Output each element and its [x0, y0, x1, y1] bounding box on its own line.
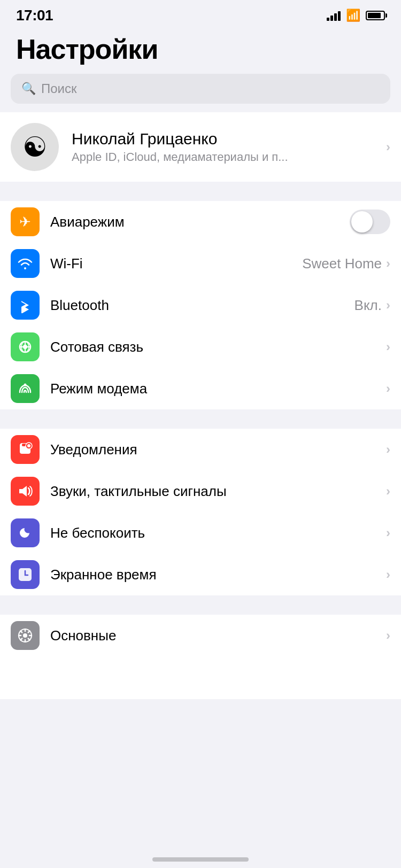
profile-info: Николай Грицаенко Apple ID, iCloud, меди… [72, 130, 386, 164]
avatar: ☯ [11, 123, 59, 171]
search-icon: 🔍 [21, 82, 36, 96]
screentime-chevron: › [386, 567, 390, 582]
sounds-chevron: › [386, 484, 390, 499]
settings-item-screentime[interactable]: Экранное время › [0, 554, 401, 595]
profile-item[interactable]: ☯ Николай Грицаенко Apple ID, iCloud, ме… [0, 112, 401, 182]
avatar-emoji: ☯ [22, 131, 48, 163]
profile-subtitle: Apple ID, iCloud, медиаматериалы и п... [72, 150, 386, 164]
page-title: Настройки [16, 33, 385, 65]
page-title-container: Настройки [0, 29, 401, 74]
general-icon [11, 621, 40, 650]
dnd-chevron: › [386, 525, 390, 540]
signal-icon [327, 10, 341, 21]
settings-item-sounds[interactable]: Звуки, тактильные сигналы › [0, 470, 401, 512]
bluetooth-chevron: › [386, 298, 390, 313]
sounds-label: Звуки, тактильные сигналы [50, 483, 227, 500]
wifi-settings-icon [11, 249, 40, 278]
settings-item-airplane[interactable]: ✈ Авиарежим [0, 201, 401, 243]
svg-marker-10 [19, 486, 27, 497]
section-gap-1 [0, 182, 401, 201]
general-label: Основные [50, 627, 116, 644]
settings-item-hotspot[interactable]: Режим модема › [0, 368, 401, 409]
wifi-icon: 📶 [346, 9, 360, 22]
status-time: 17:01 [16, 7, 53, 24]
battery-icon [366, 11, 385, 20]
cellular-label: Сотовая связь [50, 339, 143, 355]
notifications-icon [11, 435, 40, 464]
svg-line-20 [28, 631, 30, 633]
dnd-icon [11, 518, 40, 547]
svg-line-18 [21, 631, 22, 633]
hotspot-chevron: › [386, 381, 390, 396]
screentime-label: Экранное время [50, 567, 157, 583]
airplane-icon: ✈ [11, 207, 40, 236]
profile-chevron: › [386, 140, 390, 154]
wifi-label: Wi-Fi [50, 255, 83, 272]
home-indicator [152, 857, 249, 862]
connectivity-section: ✈ Авиарежим Wi-Fi Sweet Home › [0, 201, 401, 409]
settings-item-cellular[interactable]: Сотовая связь › [0, 326, 401, 368]
airplane-label: Авиарежим [50, 214, 125, 230]
search-container[interactable]: 🔍 Поиск [0, 74, 401, 112]
bluetooth-value: Вкл. [354, 297, 382, 314]
section-gap-2 [0, 409, 401, 429]
settings-item-general[interactable]: Основные › [0, 615, 401, 656]
bluetooth-icon [11, 291, 40, 320]
svg-line-19 [28, 639, 30, 640]
section-gap-3 [0, 595, 401, 615]
notifications-section: Уведомления › Звуки, тактильные сигналы … [0, 429, 401, 595]
hotspot-icon [11, 374, 40, 403]
general-section: Основные › [0, 615, 401, 656]
general-chevron: › [386, 628, 390, 643]
profile-section: ☯ Николай Грицаенко Apple ID, iCloud, ме… [0, 112, 401, 182]
wifi-value: Sweet Home [302, 255, 382, 272]
profile-name: Николай Грицаенко [72, 130, 386, 148]
dnd-label: Не беспокоить [50, 525, 145, 541]
hotspot-label: Режим модема [50, 381, 147, 397]
settings-item-wifi[interactable]: Wi-Fi Sweet Home › [0, 243, 401, 284]
screentime-icon [11, 560, 40, 589]
search-placeholder: Поиск [41, 81, 77, 96]
settings-item-notifications[interactable]: Уведомления › [0, 429, 401, 470]
bluetooth-label: Bluetooth [50, 297, 109, 314]
svg-line-21 [21, 639, 22, 640]
wifi-chevron: › [386, 256, 390, 271]
svg-point-9 [27, 444, 30, 447]
notifications-chevron: › [386, 442, 390, 457]
svg-point-5 [24, 384, 27, 386]
settings-item-dnd[interactable]: Не беспокоить › [0, 512, 401, 554]
cellular-chevron: › [386, 339, 390, 354]
airplane-toggle[interactable] [350, 210, 390, 234]
svg-point-13 [23, 633, 27, 638]
status-icons: 📶 [327, 9, 385, 22]
search-bar[interactable]: 🔍 Поиск [11, 74, 390, 104]
sounds-icon [11, 477, 40, 506]
cellular-icon [11, 332, 40, 361]
settings-item-bluetooth[interactable]: Bluetooth Вкл. › [0, 284, 401, 326]
notifications-label: Уведомления [50, 441, 137, 458]
status-bar: 17:01 📶 [0, 0, 401, 29]
